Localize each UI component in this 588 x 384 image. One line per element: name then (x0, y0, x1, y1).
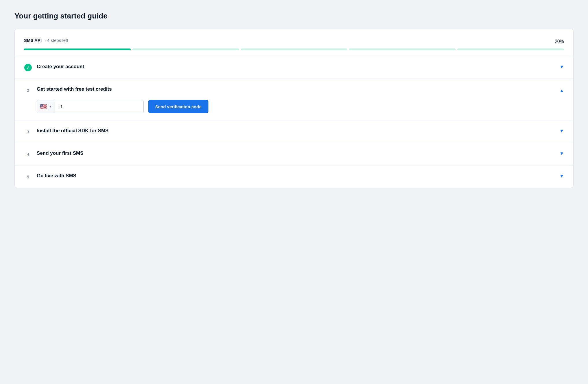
chevron-down-icon-1: ▼ (559, 64, 564, 70)
step-left-2: 2 Get started with free test credits (24, 86, 555, 94)
progress-steps-left: · 4 steps left (45, 38, 68, 43)
step-indicator-3: 3 (24, 128, 32, 136)
progress-segment-2 (132, 49, 239, 50)
progress-header: SMS API · 4 steps left 20% (24, 36, 564, 45)
step-title-1: Create your account (37, 63, 555, 70)
step-row-2[interactable]: 2 Get started with free test credits ▲ 🇺… (15, 79, 573, 120)
step-number-3: 3 (27, 129, 29, 134)
flag-dropdown-arrow-icon: ▼ (49, 105, 52, 108)
progress-percent: 20% (555, 36, 564, 45)
step-row-2-header: 2 Get started with free test credits ▲ (24, 86, 564, 94)
step-title-5: Go live with SMS (37, 172, 555, 179)
phone-field: 🇺🇸 ▼ +1 (37, 100, 144, 113)
step-indicator-4: 4 (24, 150, 32, 158)
progress-api-label: SMS API (24, 38, 42, 43)
step-content-4: Send your first SMS (37, 150, 555, 157)
step-indicator-5: 5 (24, 173, 32, 181)
page-title: Your getting started guide (14, 12, 574, 20)
step-body-2: 🇺🇸 ▼ +1 Send verification code (24, 100, 564, 113)
step-indicator-2: 2 (24, 86, 32, 94)
step-number-2: 2 (27, 88, 29, 93)
step-indicator-1 (24, 64, 32, 72)
step-check-icon-1 (24, 64, 32, 71)
chevron-down-icon-5: ▼ (559, 174, 564, 179)
step-row-5[interactable]: 5 Go live with SMS ▼ (15, 165, 573, 188)
guide-card: SMS API · 4 steps left 20% Create your a… (14, 29, 574, 188)
step-left-3: 3 Install the official SDK for SMS (24, 127, 555, 136)
step-content-1: Create your account (37, 63, 555, 70)
phone-number-input[interactable] (66, 100, 143, 113)
step-row-4[interactable]: 4 Send your first SMS ▼ (15, 143, 573, 165)
step-content-5: Go live with SMS (37, 172, 555, 179)
chevron-down-icon-3: ▼ (559, 128, 564, 134)
progress-label: SMS API · 4 steps left (24, 38, 68, 43)
step-title-3: Install the official SDK for SMS (37, 127, 555, 134)
step-left-5: 5 Go live with SMS (24, 172, 555, 181)
step-content-3: Install the official SDK for SMS (37, 127, 555, 134)
progress-segment-3 (241, 49, 347, 50)
progress-segment-1 (24, 49, 131, 50)
flag-icon: 🇺🇸 (40, 104, 47, 109)
progress-bar (24, 49, 564, 50)
phone-prefix: +1 (55, 104, 66, 109)
progress-section: SMS API · 4 steps left 20% (15, 29, 573, 56)
step-number-4: 4 (27, 152, 29, 157)
progress-segment-5 (457, 49, 564, 50)
flag-selector[interactable]: 🇺🇸 ▼ (37, 100, 55, 113)
phone-input-row: 🇺🇸 ▼ +1 Send verification code (37, 100, 564, 113)
chevron-down-icon-4: ▼ (559, 151, 564, 156)
step-content-2: Get started with free test credits (37, 86, 555, 93)
step-left-1: Create your account (24, 63, 555, 72)
step-title-2: Get started with free test credits (37, 86, 555, 93)
progress-segment-4 (349, 49, 456, 50)
send-verification-button[interactable]: Send verification code (148, 100, 208, 113)
chevron-up-icon-2: ▲ (559, 88, 564, 93)
step-number-5: 5 (27, 174, 29, 179)
step-title-4: Send your first SMS (37, 150, 555, 157)
step-left-4: 4 Send your first SMS (24, 150, 555, 158)
step-row-1[interactable]: Create your account ▼ (15, 56, 573, 79)
step-row-3[interactable]: 3 Install the official SDK for SMS ▼ (15, 120, 573, 143)
